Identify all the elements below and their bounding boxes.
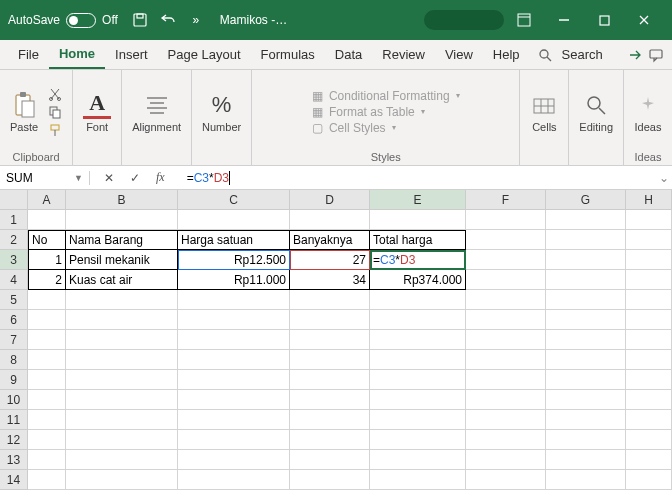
cells-button[interactable]: Cells: [530, 91, 558, 133]
cell[interactable]: [178, 410, 290, 430]
row-header[interactable]: 5: [0, 290, 28, 310]
cell[interactable]: Total harga: [370, 230, 466, 250]
worksheet-grid[interactable]: 12NoNama BarangHarga satuanBanyaknyaTota…: [0, 210, 672, 490]
editing-button[interactable]: Editing: [579, 91, 613, 133]
cell[interactable]: [546, 430, 626, 450]
cell[interactable]: [370, 470, 466, 490]
cell[interactable]: [626, 410, 672, 430]
save-icon[interactable]: [132, 12, 148, 28]
cell[interactable]: [178, 310, 290, 330]
cell[interactable]: 27: [290, 250, 370, 270]
row-header[interactable]: 1: [0, 210, 28, 230]
cell[interactable]: [28, 210, 66, 230]
cell[interactable]: No: [28, 230, 66, 250]
cancel-formula-icon[interactable]: ✕: [104, 171, 114, 185]
cell[interactable]: [28, 470, 66, 490]
tab-data[interactable]: Data: [325, 41, 372, 68]
cell[interactable]: [66, 390, 178, 410]
cell[interactable]: [370, 210, 466, 230]
enter-formula-icon[interactable]: ✓: [130, 171, 140, 185]
row-header[interactable]: 13: [0, 450, 28, 470]
cell[interactable]: [290, 430, 370, 450]
cell[interactable]: [290, 470, 370, 490]
tab-page-layout[interactable]: Page Layout: [158, 41, 251, 68]
cell[interactable]: [626, 450, 672, 470]
cell[interactable]: [466, 230, 546, 250]
format-painter-icon[interactable]: [48, 123, 62, 137]
cell[interactable]: [370, 330, 466, 350]
cell[interactable]: Kuas cat air: [66, 270, 178, 290]
cell[interactable]: [546, 370, 626, 390]
cell[interactable]: [466, 410, 546, 430]
comments-icon[interactable]: [648, 47, 664, 63]
cell[interactable]: [290, 290, 370, 310]
cell[interactable]: [178, 450, 290, 470]
cell[interactable]: [370, 390, 466, 410]
select-all-corner[interactable]: [0, 190, 28, 210]
tab-help[interactable]: Help: [483, 41, 530, 68]
cell[interactable]: [66, 430, 178, 450]
cell[interactable]: [290, 330, 370, 350]
search-label[interactable]: Search: [552, 41, 613, 68]
cell[interactable]: Rp374.000: [370, 270, 466, 290]
cell[interactable]: [546, 270, 626, 290]
col-header[interactable]: C: [178, 190, 290, 210]
cell[interactable]: [178, 390, 290, 410]
cell[interactable]: [626, 470, 672, 490]
cell[interactable]: [466, 310, 546, 330]
col-header[interactable]: H: [626, 190, 672, 210]
row-header[interactable]: 4: [0, 270, 28, 290]
copy-icon[interactable]: [48, 105, 62, 119]
tab-insert[interactable]: Insert: [105, 41, 158, 68]
cell[interactable]: [66, 290, 178, 310]
cell[interactable]: [66, 370, 178, 390]
cell[interactable]: [290, 370, 370, 390]
cell[interactable]: [290, 410, 370, 430]
tab-file[interactable]: File: [8, 41, 49, 68]
row-header[interactable]: 12: [0, 430, 28, 450]
cell[interactable]: [546, 210, 626, 230]
cell[interactable]: [370, 430, 466, 450]
cell[interactable]: [66, 470, 178, 490]
cell[interactable]: [626, 210, 672, 230]
row-header[interactable]: 7: [0, 330, 28, 350]
tab-review[interactable]: Review: [372, 41, 435, 68]
name-box[interactable]: SUM ▼: [0, 171, 90, 185]
tab-home[interactable]: Home: [49, 40, 105, 69]
cell[interactable]: [28, 330, 66, 350]
cell[interactable]: [370, 350, 466, 370]
cell[interactable]: [370, 410, 466, 430]
ribbon-display-icon[interactable]: [504, 0, 544, 40]
cell[interactable]: [466, 370, 546, 390]
share-icon[interactable]: [626, 47, 642, 63]
cell[interactable]: Harga satuan: [178, 230, 290, 250]
row-header[interactable]: 11: [0, 410, 28, 430]
cell[interactable]: [28, 450, 66, 470]
tab-formulas[interactable]: Formulas: [251, 41, 325, 68]
cell[interactable]: Rp12.500: [178, 250, 290, 270]
cell[interactable]: [466, 330, 546, 350]
close-icon[interactable]: [624, 0, 664, 40]
cell[interactable]: [546, 250, 626, 270]
row-header[interactable]: 14: [0, 470, 28, 490]
cell[interactable]: [66, 350, 178, 370]
cell[interactable]: [546, 230, 626, 250]
cell[interactable]: [626, 290, 672, 310]
cell[interactable]: [28, 370, 66, 390]
tab-view[interactable]: View: [435, 41, 483, 68]
cell[interactable]: [626, 350, 672, 370]
cell[interactable]: [178, 430, 290, 450]
cell[interactable]: [546, 330, 626, 350]
row-header[interactable]: 8: [0, 350, 28, 370]
cell[interactable]: [626, 310, 672, 330]
cell[interactable]: [626, 430, 672, 450]
cell[interactable]: [370, 450, 466, 470]
cut-icon[interactable]: [48, 87, 62, 101]
conditional-formatting-button[interactable]: ▦Conditional Formatting▾: [312, 89, 460, 103]
row-header[interactable]: 9: [0, 370, 28, 390]
cell[interactable]: [28, 390, 66, 410]
more-icon[interactable]: »: [188, 12, 204, 28]
cell[interactable]: [466, 270, 546, 290]
row-header[interactable]: 6: [0, 310, 28, 330]
fx-icon[interactable]: fx: [156, 170, 165, 185]
